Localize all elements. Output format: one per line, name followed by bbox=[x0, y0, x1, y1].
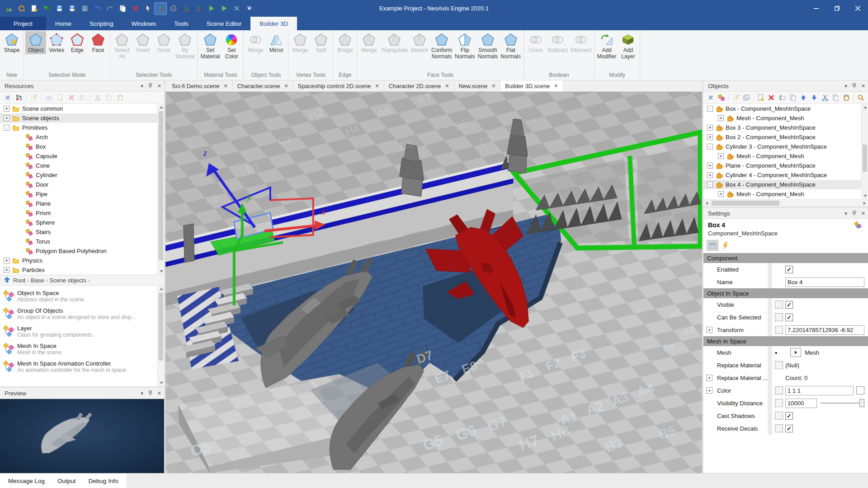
vertical-scrollbar[interactable] bbox=[157, 286, 164, 386]
value-slider[interactable] bbox=[821, 399, 864, 407]
duplicate-icon[interactable] bbox=[788, 93, 797, 103]
refresh-icon[interactable] bbox=[15, 3, 27, 14]
close-button[interactable] bbox=[847, 0, 868, 17]
tab-close-icon[interactable]: ✕ bbox=[223, 83, 227, 89]
settings-icon[interactable] bbox=[706, 93, 716, 103]
ribbon-button-flat-normals[interactable]: Flat Normals bbox=[499, 31, 522, 61]
property-expand-icon[interactable]: + bbox=[706, 327, 712, 333]
ribbon-button-edge[interactable]: Edge bbox=[67, 31, 88, 54]
display-options-icon[interactable] bbox=[14, 93, 24, 103]
windows-icon[interactable] bbox=[742, 93, 751, 103]
breadcrumb-up-icon[interactable] bbox=[4, 276, 10, 284]
settings-icon[interactable] bbox=[3, 93, 13, 103]
scroll-down-button[interactable] bbox=[862, 192, 868, 199]
ribbon-button-detach[interactable]: Detach bbox=[409, 31, 430, 54]
color-text-field[interactable]: 1 1 1 bbox=[785, 386, 854, 395]
search-icon[interactable] bbox=[856, 93, 865, 103]
preview-3d-render[interactable] bbox=[0, 399, 164, 473]
save-icon[interactable] bbox=[53, 3, 65, 14]
close-icon[interactable]: ✕ bbox=[861, 83, 865, 89]
breadcrumb-item[interactable]: Base bbox=[31, 277, 44, 284]
ribbon-button-grow[interactable]: Grow bbox=[153, 31, 174, 54]
tree-item-box[interactable]: +Box bbox=[0, 142, 164, 151]
collapse-icon[interactable]: - bbox=[707, 182, 713, 188]
tree-item-arch[interactable]: +Arch bbox=[0, 132, 164, 142]
ribbon-tab-tools[interactable]: Tools bbox=[165, 17, 198, 30]
save-as-icon[interactable] bbox=[66, 3, 78, 14]
collapse-icon[interactable]: - bbox=[707, 106, 713, 112]
tree-item-cylinder-3-component-meshinspace[interactable]: -Cylinder 3 - Component_MeshInSpace bbox=[703, 142, 868, 151]
ribbon-button-triangulate[interactable]: Triangulate bbox=[379, 31, 409, 54]
scene-tab-character-scene[interactable]: Character.scene✕ bbox=[233, 80, 293, 91]
bottom-tab-message-log[interactable]: Message Log bbox=[2, 474, 51, 488]
vertical-scrollbar[interactable] bbox=[157, 104, 164, 275]
duplicate-icon[interactable] bbox=[117, 3, 128, 14]
tree-item-cone[interactable]: +Cone bbox=[0, 161, 164, 170]
ribbon-button-merge[interactable]: Merge bbox=[245, 31, 266, 54]
nature-icon[interactable] bbox=[41, 3, 52, 14]
tree-item-box-component-meshinspace[interactable]: -Box - Component_MeshInSpace bbox=[703, 104, 868, 113]
move-up-icon[interactable] bbox=[799, 93, 808, 103]
tab-close-icon[interactable]: ✕ bbox=[375, 83, 379, 89]
expand-icon[interactable]: + bbox=[707, 163, 713, 169]
tree-item-capsule[interactable]: +Capsule bbox=[0, 151, 164, 161]
scroll-right-button[interactable] bbox=[861, 200, 868, 206]
tree-item-cylinder-4-component-meshinspace[interactable]: +Cylinder 4 - Component_MeshInSpace bbox=[703, 170, 868, 180]
components-icon[interactable] bbox=[717, 93, 726, 103]
delete-icon[interactable] bbox=[129, 3, 141, 14]
expand-icon[interactable]: + bbox=[718, 153, 724, 159]
tree-item-cylinder[interactable]: +Cylinder bbox=[0, 170, 164, 180]
ribbon-button-invert[interactable]: Invert bbox=[132, 31, 153, 54]
save-all-icon[interactable] bbox=[79, 3, 90, 14]
expand-icon[interactable]: + bbox=[4, 258, 9, 263]
tree-item-prism[interactable]: +Prism bbox=[0, 208, 164, 218]
ribbon-button-object[interactable]: Object bbox=[25, 31, 46, 54]
tree-item-box-2-component-meshinspace[interactable]: +Box 2 - Component_MeshInSpace bbox=[703, 132, 868, 142]
breadcrumb-item[interactable]: Root bbox=[13, 277, 25, 284]
toolbar-overflow-icon[interactable] bbox=[243, 3, 255, 14]
new-resource-icon[interactable] bbox=[28, 3, 40, 14]
tab-close-icon[interactable]: ✕ bbox=[445, 83, 449, 89]
text-field[interactable]: 7.22014785712936 -6.92 bbox=[785, 325, 864, 335]
scrollbar-thumb[interactable] bbox=[159, 111, 163, 260]
tree-item-sphere[interactable]: +Sphere bbox=[0, 218, 164, 227]
checkbox[interactable]: ✓ bbox=[785, 314, 793, 321]
default-value-box[interactable] bbox=[775, 412, 783, 420]
copy-icon[interactable] bbox=[104, 93, 114, 103]
default-value-box[interactable] bbox=[775, 326, 783, 334]
app-logo-icon[interactable] bbox=[3, 3, 14, 14]
property-expand-icon[interactable]: + bbox=[706, 375, 712, 381]
paste-icon[interactable] bbox=[115, 93, 125, 103]
objects-horizontal-scrollbar[interactable] bbox=[703, 199, 868, 206]
expand-icon[interactable]: + bbox=[707, 125, 713, 131]
class-item-object-in-space[interactable]: Object In SpaceAbstract object in the sc… bbox=[0, 287, 164, 305]
tree-item-box-3-component-meshinspace[interactable]: +Box 3 - Component_MeshInSpace bbox=[703, 123, 868, 132]
default-value-box[interactable] bbox=[775, 313, 783, 321]
redo-icon[interactable] bbox=[104, 3, 116, 14]
ribbon-button-mirror[interactable]: Mirror bbox=[266, 31, 287, 54]
expand-icon[interactable]: + bbox=[707, 172, 713, 178]
panel-menu-icon[interactable]: ▾ bbox=[141, 390, 143, 396]
ribbon-tab-windows[interactable]: Windows bbox=[123, 17, 165, 30]
class-item-group-of-objects[interactable]: Group Of ObjectsAn object in a scene des… bbox=[0, 305, 164, 323]
tree-item-pipe[interactable]: +Pipe bbox=[0, 189, 164, 199]
breadcrumb-item[interactable]: Scene objects bbox=[49, 277, 86, 284]
expand-icon[interactable]: + bbox=[4, 115, 9, 121]
delete-icon[interactable] bbox=[767, 93, 776, 103]
property-expand-icon[interactable]: + bbox=[706, 387, 712, 394]
tree-item-box-4-component-meshinspace[interactable]: -Box 4 - Component_MeshInSpace bbox=[703, 180, 868, 189]
scrollbar-thumb[interactable] bbox=[712, 201, 779, 206]
rename-icon[interactable] bbox=[78, 93, 88, 103]
pin-icon[interactable] bbox=[852, 211, 857, 216]
ribbon-button-face[interactable]: Face bbox=[88, 31, 108, 54]
class-item-mesh-in-space[interactable]: Mesh In SpaceMesh in the scene. bbox=[0, 340, 164, 358]
tree-item-mesh-component-mesh[interactable]: +Mesh - Component_Mesh bbox=[703, 151, 868, 161]
new-resource-icon[interactable] bbox=[55, 93, 65, 103]
scale-tool-icon[interactable] bbox=[180, 3, 192, 14]
restore-button[interactable] bbox=[826, 0, 847, 17]
move-down-icon[interactable] bbox=[810, 93, 819, 103]
ribbon-button-bridge[interactable]: Bridge bbox=[335, 31, 355, 54]
vertical-scrollbar[interactable] bbox=[861, 104, 868, 199]
pin-icon[interactable] bbox=[148, 390, 153, 396]
tools-icon[interactable] bbox=[231, 3, 242, 14]
